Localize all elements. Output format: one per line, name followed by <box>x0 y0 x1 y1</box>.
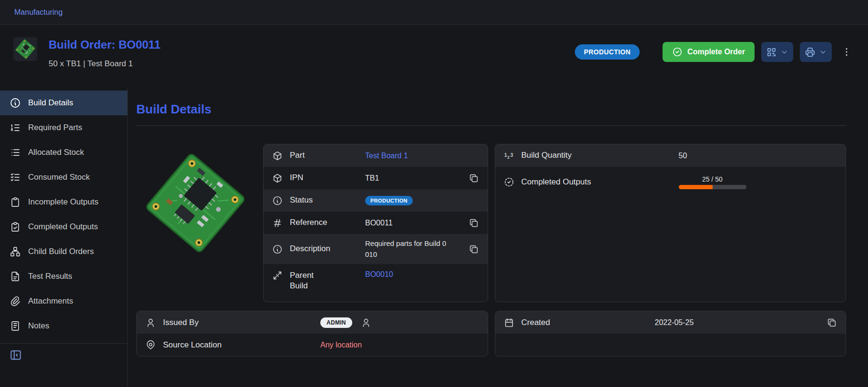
app-root: Manufacturing Build Order: BO0011 50 x T… <box>0 0 868 387</box>
box-icon <box>272 151 283 161</box>
pcb-thumbnail-image <box>13 37 37 61</box>
sidebar-item-consumed-stock[interactable]: Consumed Stock <box>0 165 127 190</box>
copy-button[interactable] <box>827 317 837 328</box>
sidebar-item-label: Consumed Stock <box>28 173 90 182</box>
sidebar-collapse-icon <box>10 349 22 361</box>
title-block: Build Order: BO0011 50 x TB1 | Test Boar… <box>49 34 161 69</box>
sidebar-item-label: Attachments <box>28 296 73 306</box>
sidebar-item-notes[interactable]: Notes <box>0 314 127 338</box>
parent-build-link[interactable]: BO0010 <box>365 270 393 279</box>
copy-icon <box>469 173 479 183</box>
source-location-value: Any location <box>320 341 362 349</box>
progress-check-icon <box>504 177 514 187</box>
user-icon <box>145 317 156 328</box>
copy-button[interactable] <box>469 244 479 255</box>
row-label: IPN <box>290 173 365 183</box>
row-label: Description <box>290 244 365 254</box>
clipboard-check-icon <box>10 221 21 233</box>
complete-order-button[interactable]: Complete Order <box>663 42 755 62</box>
sitemap-icon <box>10 246 21 257</box>
box-icon <box>272 173 283 183</box>
body-row: Build Details Required Parts Allocated S… <box>0 89 868 387</box>
header-left: Build Order: BO0011 50 x TB1 | Test Boar… <box>13 34 161 69</box>
sidebar-item-label: Notes <box>28 321 49 331</box>
table-row-reference: Reference BO0011 <box>264 212 488 234</box>
page-header: Build Order: BO0011 50 x TB1 | Test Boar… <box>0 25 868 89</box>
completed-outputs-progress: 25 / 50 <box>679 175 746 189</box>
sidebar-item-attachments[interactable]: Attachments <box>0 289 127 314</box>
sidebar-item-label: Allocated Stock <box>28 148 84 157</box>
row-label: Source Location <box>163 340 320 350</box>
map-pin-icon <box>145 340 156 350</box>
table-row-ipn: IPN TB1 <box>264 167 488 189</box>
row-issued-by: Issued By ADMIN <box>137 311 488 334</box>
row-build-quantity: 1 2 3 Build Quantity 50 <box>495 144 846 167</box>
more-actions-button[interactable] <box>839 42 854 62</box>
row-label: Status <box>290 195 365 205</box>
complete-order-label: Complete Order <box>687 48 745 56</box>
svg-text:2: 2 <box>507 155 510 160</box>
pcb-image-art <box>136 144 255 262</box>
list-numbers-icon <box>10 122 21 133</box>
table-row-parent-build: Parent Build BO0010 <box>264 264 488 302</box>
row-label: Issued By <box>163 317 320 328</box>
list-icon <box>10 147 21 158</box>
row-label: Created <box>521 317 655 328</box>
row-label: Completed Outputs <box>521 177 679 187</box>
row-value: 50 <box>679 152 687 160</box>
row-label: Parent Build <box>290 270 365 291</box>
progress-label: 25 / 50 <box>679 175 746 183</box>
collapse-sidebar-button[interactable] <box>10 349 22 361</box>
sidebar-item-incomplete-outputs[interactable]: Incomplete Outputs <box>0 190 127 214</box>
barcode-actions-button[interactable] <box>761 42 793 62</box>
info-circle-icon <box>272 244 283 255</box>
sidebar: Build Details Required Parts Allocated S… <box>0 89 128 387</box>
sidebar-item-completed-outputs[interactable]: Completed Outputs <box>0 214 127 239</box>
dots-vertical-icon <box>841 47 852 57</box>
admin-badge: ADMIN <box>320 317 352 328</box>
copy-button[interactable] <box>469 218 479 228</box>
table-row-status: Status PRODUCTION <box>264 189 488 212</box>
hash-icon <box>272 218 283 228</box>
row-value: TB1 <box>365 174 379 183</box>
sidebar-item-test-results[interactable]: Test Results <box>0 264 127 289</box>
section-divider <box>136 125 846 126</box>
sidebar-item-child-build-orders[interactable]: Child Build Orders <box>0 239 127 264</box>
progress-fill <box>679 185 713 189</box>
user-icon <box>361 317 371 328</box>
info-circle-icon <box>272 195 283 206</box>
sidebar-item-required-parts[interactable]: Required Parts <box>0 115 127 140</box>
breadcrumb-manufacturing[interactable]: Manufacturing <box>14 8 62 17</box>
sidebar-item-label: Test Results <box>28 272 72 281</box>
part-image[interactable] <box>136 144 255 262</box>
row-label: Reference <box>290 217 365 228</box>
notes-icon <box>10 320 21 332</box>
part-thumbnail[interactable] <box>13 37 37 61</box>
info-circle-icon <box>10 97 21 109</box>
created-panel: Created 2022-05-25 <box>495 311 847 356</box>
page-title: Build Order: BO0011 <box>49 38 161 51</box>
details-cell: Part Test Board 1 IPN TB1 <box>136 144 488 302</box>
sidebar-item-allocated-stock[interactable]: Allocated Stock <box>0 140 127 165</box>
copy-button[interactable] <box>469 173 479 183</box>
svg-text:3: 3 <box>510 152 513 157</box>
print-actions-button[interactable] <box>800 42 832 62</box>
main-content: Build Details Part Test Board 1 <box>128 89 868 387</box>
quantity-panel: 1 2 3 Build Quantity 50 Completed Output… <box>495 144 847 302</box>
qr-code-icon <box>766 47 777 58</box>
row-value: Required parts for Build 0010 <box>365 238 448 260</box>
sidebar-item-build-details[interactable]: Build Details <box>0 91 127 115</box>
part-link[interactable]: Test Board 1 <box>365 152 408 160</box>
status-badge: PRODUCTION <box>365 196 413 205</box>
issue-panel: Issued By ADMIN Source Location Any loca… <box>136 311 488 356</box>
clipboard-icon <box>10 196 21 208</box>
svg-text:1: 1 <box>504 152 507 157</box>
sidebar-item-label: Completed Outputs <box>28 222 98 232</box>
row-label: Build Quantity <box>521 150 679 161</box>
copy-icon <box>827 317 837 328</box>
table-row-part: Part Test Board 1 <box>264 144 488 167</box>
paperclip-icon <box>10 295 21 307</box>
numbers-123-icon: 1 2 3 <box>504 151 514 161</box>
sidebar-footer <box>0 343 127 368</box>
chevron-down-icon <box>780 48 788 56</box>
